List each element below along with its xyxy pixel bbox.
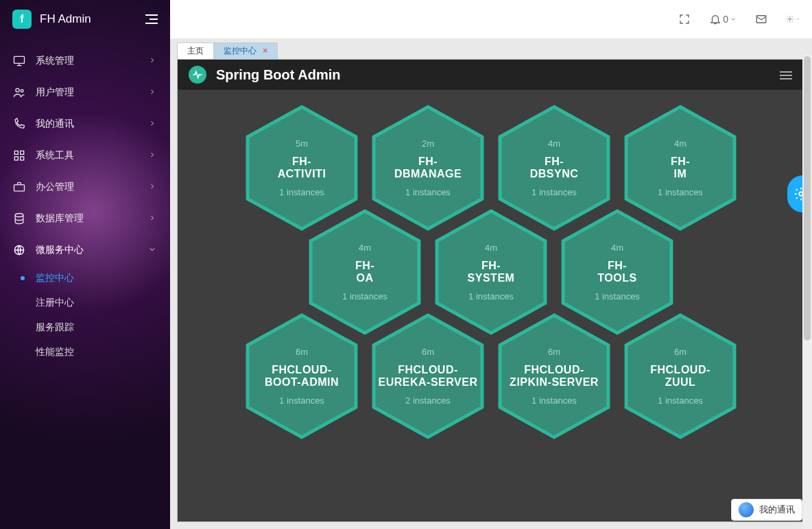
service-hexagon[interactable]: 6m FHCLOUD- EUREKA-SERVER 2 instances <box>369 312 487 441</box>
service-uptime: 4m <box>674 138 686 149</box>
chevron-right-icon <box>148 87 156 98</box>
phone-icon <box>12 117 26 131</box>
service-uptime: 4m <box>548 138 560 149</box>
grid-icon <box>12 149 26 162</box>
subnav-label: 监控中心 <box>36 272 74 284</box>
service-hexagon[interactable]: 6m FHCLOUD- ZIPKIN-SERVER 1 instances <box>495 312 613 441</box>
svg-point-1 <box>16 88 19 92</box>
service-instances: 1 instances <box>532 395 577 406</box>
sba-title: Spring Boot Admin <box>216 67 340 83</box>
sidebar-nav: 系统管理 用户管理 我的通讯 系统工具 <box>0 38 170 266</box>
service-uptime: 6m <box>296 347 308 357</box>
tab-label: 主页 <box>187 46 204 56</box>
service-instances: 1 instances <box>595 291 640 302</box>
sidebar-item-label: 用户管理 <box>36 86 74 99</box>
hex-content: 6m FHCLOUD- ZIPKIN-SERVER 1 instances <box>495 312 613 441</box>
service-instances: 1 instances <box>532 187 577 197</box>
service-uptime: 5m <box>296 138 308 149</box>
subnav-monitor-center[interactable]: 监控中心 <box>0 266 170 291</box>
hex-content: 6m FHCLOUD- EUREKA-SERVER 2 instances <box>369 312 487 441</box>
sidebar-item-label: 数据库管理 <box>36 212 84 225</box>
tab-home[interactable]: 主页 <box>177 42 214 59</box>
briefcase-icon <box>12 180 26 194</box>
service-name: FH- OA <box>355 260 374 285</box>
sidebar-item-microservice-center[interactable]: 微服务中心 <box>0 234 170 266</box>
settings-button[interactable] <box>786 12 800 26</box>
service-instances: 1 instances <box>342 291 387 302</box>
sba-menu-button[interactable] <box>780 69 792 82</box>
svg-rect-5 <box>14 157 18 160</box>
chat-float-button[interactable]: 我的通讯 <box>731 499 802 521</box>
svg-rect-7 <box>14 185 25 191</box>
svg-point-8 <box>15 214 23 217</box>
tabs: 主页 监控中心 × <box>170 42 805 59</box>
service-uptime: 4m <box>611 243 623 253</box>
service-uptime: 2m <box>422 138 434 149</box>
sidebar-subnav: 监控中心 注册中心 服务跟踪 性能监控 <box>0 266 170 365</box>
service-name: FH- SYSTEM <box>468 260 515 285</box>
heartbeat-icon <box>189 66 206 84</box>
chevron-right-icon <box>148 182 156 193</box>
sidebar-item-label: 系统工具 <box>36 149 74 162</box>
chevron-down-icon <box>148 245 156 256</box>
service-name: FHCLOUD- BOOT-ADMIN <box>265 364 339 389</box>
sidebar-item-label: 微服务中心 <box>36 244 84 256</box>
hex-content: 6m FHCLOUD- ZUUL 1 instances <box>621 312 739 441</box>
service-name: FH- DBSYNC <box>530 156 579 181</box>
sidebar-item-database-manage[interactable]: 数据库管理 <box>0 203 170 234</box>
service-name: FHCLOUD- ZUUL <box>650 364 710 389</box>
chevron-right-icon <box>148 56 156 66</box>
service-name: FH- ACTIVITI <box>278 156 326 181</box>
sidebar-item-user-manage[interactable]: 用户管理 <box>0 77 170 108</box>
sidebar-item-label: 我的通讯 <box>36 118 74 130</box>
hex-content: 6m FHCLOUD- BOOT-ADMIN 1 instances <box>243 312 361 441</box>
mail-button[interactable] <box>754 12 768 26</box>
sba-body: 5m FH- ACTIVITI 1 instances 2m FH- DBMAN… <box>178 90 804 521</box>
chat-label: 我的通讯 <box>759 504 795 516</box>
sidebar-collapse-button[interactable] <box>144 14 158 24</box>
sidebar-item-my-contacts[interactable]: 我的通讯 <box>0 108 170 140</box>
spring-boot-admin-panel: Spring Boot Admin 5m FH- ACTIVITI 1 inst… <box>177 59 805 522</box>
sidebar-item-office-manage[interactable]: 办公管理 <box>0 171 170 203</box>
tab-monitor-center[interactable]: 监控中心 × <box>213 42 278 59</box>
brand-title: FH Admin <box>40 12 91 26</box>
subnav-label: 服务跟踪 <box>36 321 74 334</box>
service-name: FHCLOUD- EUREKA-SERVER <box>379 364 478 389</box>
service-uptime: 6m <box>548 347 560 357</box>
subnav-perf-monitor[interactable]: 性能监控 <box>0 340 170 365</box>
service-name: FH- TOOLS <box>597 260 636 285</box>
sidebar-item-system-tools[interactable]: 系统工具 <box>0 140 170 171</box>
chevron-right-icon <box>148 150 156 161</box>
subnav-trace[interactable]: 服务跟踪 <box>0 315 170 340</box>
service-uptime: 6m <box>674 347 686 357</box>
service-name: FHCLOUD- ZIPKIN-SERVER <box>510 364 599 389</box>
service-instances: 1 instances <box>405 187 451 197</box>
scrollbar[interactable] <box>802 55 812 529</box>
service-hexagon[interactable]: 6m FHCLOUD- ZUUL 1 instances <box>621 312 739 441</box>
service-name: FH- DBMANAGE <box>394 156 462 181</box>
service-uptime: 4m <box>359 243 371 253</box>
fullscreen-button[interactable] <box>678 12 691 26</box>
svg-rect-6 <box>21 157 24 160</box>
chevron-right-icon <box>148 119 156 130</box>
sidebar-item-system-manage[interactable]: 系统管理 <box>0 45 170 77</box>
service-instances: 1 instances <box>279 187 324 197</box>
subnav-label: 性能监控 <box>36 346 74 358</box>
sba-header: Spring Boot Admin <box>178 60 804 90</box>
svg-rect-0 <box>14 56 25 63</box>
service-hexagon[interactable]: 6m FHCLOUD- BOOT-ADMIN 1 instances <box>243 312 361 441</box>
brand-logo-icon: f <box>12 10 32 29</box>
topbar: 0 <box>170 0 812 38</box>
service-uptime: 6m <box>422 347 434 357</box>
avatar-icon <box>739 502 754 517</box>
service-uptime: 4m <box>485 243 497 253</box>
svg-rect-3 <box>14 151 18 154</box>
subnav-registry-center[interactable]: 注册中心 <box>0 291 170 315</box>
tab-close-icon[interactable]: × <box>263 46 267 56</box>
scrollbar-thumb[interactable] <box>804 56 811 341</box>
subnav-label: 注册中心 <box>36 297 74 309</box>
notifications-button[interactable]: 0 <box>709 13 737 25</box>
service-name: FH- IM <box>671 156 690 181</box>
main-area: 0 主页 监控中心 × <box>170 0 812 529</box>
brand-bar: f FH Admin <box>0 0 170 38</box>
